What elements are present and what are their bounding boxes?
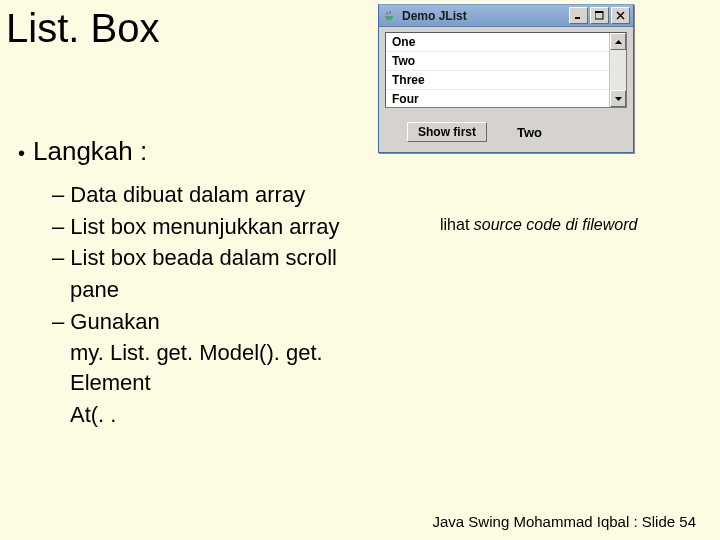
- scroll-down-button[interactable]: [610, 90, 626, 107]
- selected-value-label: Two: [517, 125, 542, 140]
- slide-footer: Java Swing Mohammad Iqbal : Slide 54: [433, 513, 696, 530]
- sub-item-cont: my. List. get. Model(). get. Element: [52, 338, 392, 397]
- show-first-button[interactable]: Show first: [407, 122, 487, 142]
- list-item[interactable]: Two: [386, 52, 609, 71]
- list-items[interactable]: One Two Three Four: [386, 33, 609, 107]
- sub-bullets: – Data dibuat dalam array – List box men…: [52, 180, 392, 432]
- side-note: lihat source code di fileword: [440, 216, 637, 234]
- demo-jlist-window: Demo JList One Two Three Four: [378, 4, 634, 153]
- scroll-up-button[interactable]: [610, 33, 626, 50]
- close-button[interactable]: [611, 7, 630, 24]
- note-prefix: lihat: [440, 216, 474, 233]
- chevron-down-icon: [615, 97, 622, 101]
- bullet-dot: •: [18, 142, 25, 164]
- java-coffee-icon: [382, 9, 396, 23]
- sub-item: – List box beada dalam scroll: [52, 243, 392, 273]
- svg-rect-2: [595, 11, 603, 13]
- sub-item-cont: pane: [52, 275, 392, 305]
- maximize-button[interactable]: [590, 7, 609, 24]
- chevron-up-icon: [615, 40, 622, 44]
- slide-title: List. Box: [6, 6, 159, 51]
- bullet-text: Langkah :: [33, 136, 147, 166]
- list-item[interactable]: One: [386, 33, 609, 52]
- maximize-icon: [595, 11, 604, 20]
- list-item[interactable]: Four: [386, 90, 609, 107]
- list-item[interactable]: Three: [386, 71, 609, 90]
- bottom-row: Show first Two: [385, 122, 627, 142]
- close-icon: [616, 11, 625, 20]
- sub-item: – Data dibuat dalam array: [52, 180, 392, 210]
- window-client-area: One Two Three Four Show first Two: [379, 27, 633, 152]
- svg-rect-0: [575, 17, 580, 19]
- scroll-track[interactable]: [610, 50, 626, 90]
- vertical-scrollbar[interactable]: [609, 33, 626, 107]
- jlist-listbox[interactable]: One Two Three Four: [385, 32, 627, 108]
- minimize-icon: [574, 11, 583, 20]
- sub-item: – Gunakan: [52, 307, 392, 337]
- sub-item-cont: At(. .: [52, 400, 392, 430]
- minimize-button[interactable]: [569, 7, 588, 24]
- window-title: Demo JList: [402, 9, 567, 23]
- bullet-level1: •Langkah :: [18, 136, 147, 167]
- note-emphasis: source code di fileword: [474, 216, 638, 233]
- titlebar[interactable]: Demo JList: [379, 5, 633, 27]
- sub-item: – List box menunjukkan array: [52, 212, 392, 242]
